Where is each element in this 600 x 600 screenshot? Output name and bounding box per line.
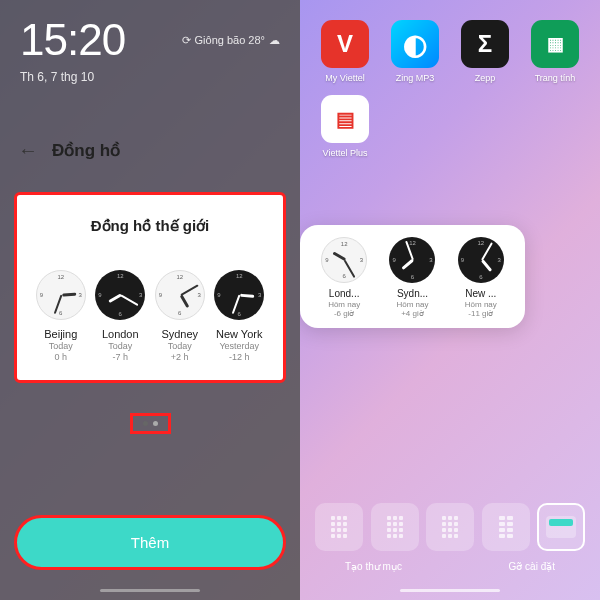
status-bar: 15:20 ⟳ Giông bão 28° ☁ xyxy=(0,0,300,70)
clock-face: 12369 xyxy=(321,237,367,283)
clock-day: Yesterday xyxy=(219,341,259,351)
layout-option-selected[interactable] xyxy=(537,503,585,551)
clock-face: 12369 xyxy=(458,237,504,283)
world-clock-widget-preview[interactable]: Đồng hồ thế giới 12369BeijingToday0 h123… xyxy=(14,192,286,383)
app-icon: V xyxy=(321,20,369,68)
clock-item: 12369BeijingToday0 h xyxy=(31,270,91,362)
lock-time: 15:20 xyxy=(20,15,125,65)
sheet-header: ← Đồng hồ xyxy=(0,139,300,162)
clock-day: Today xyxy=(49,341,73,351)
placed-world-clock-widget[interactable]: 12369Lond...Hôm nay-6 giờ12369Sydn...Hôm… xyxy=(300,225,525,328)
app-trang-tính[interactable]: ▦Trang tính xyxy=(520,20,590,83)
folder-icon xyxy=(546,516,576,538)
widget-city: Sydn... xyxy=(397,288,428,299)
widget-day: Hôm nay xyxy=(465,300,497,309)
clocks-row: 12369BeijingToday0 h12369LondonToday-7 h… xyxy=(31,270,269,362)
widget-clock-item: 12369New ...Hôm nay-11 giờ xyxy=(450,237,512,318)
app-icon: ◐ xyxy=(391,20,439,68)
page-dot xyxy=(153,421,158,426)
widget-day: Hôm nay xyxy=(328,300,360,309)
widget-picker-screen: 15:20 ⟳ Giông bão 28° ☁ Th 6, 7 thg 10 ←… xyxy=(0,0,300,600)
weather-text: Giông bão 28° xyxy=(195,34,265,46)
clock-item: 12369LondonToday-7 h xyxy=(91,270,151,362)
clock-day: Today xyxy=(108,341,132,351)
app-viettel-plus[interactable]: ▤Viettel Plus xyxy=(310,95,380,158)
clock-face: 12369 xyxy=(214,270,264,320)
widget-offset: -6 giờ xyxy=(334,309,355,318)
page-indicator[interactable] xyxy=(0,413,300,434)
widget-offset: +4 giờ xyxy=(401,309,424,318)
home-indicator[interactable] xyxy=(100,589,200,592)
clock-city: New York xyxy=(216,328,262,340)
app-label: Zing MP3 xyxy=(396,73,435,83)
clock-offset: +2 h xyxy=(171,352,189,362)
weather-info: ⟳ Giông bão 28° ☁ xyxy=(182,34,280,47)
app-my-viettel[interactable]: VMy Viettel xyxy=(310,20,380,83)
layout-option-4[interactable] xyxy=(482,503,530,551)
page-dot xyxy=(143,421,148,426)
clock-face: 12369 xyxy=(95,270,145,320)
app-zepp[interactable]: ΣZepp xyxy=(450,20,520,83)
clock-city: Sydney xyxy=(161,328,198,340)
widget-clock-item: 12369Lond...Hôm nay-6 giờ xyxy=(313,237,375,318)
dock-labels: Tạo thư mục Gỡ cài đặt xyxy=(315,561,585,572)
widget-day: Hôm nay xyxy=(396,300,428,309)
refresh-icon: ⟳ xyxy=(182,34,191,47)
clock-face: 12369 xyxy=(155,270,205,320)
clock-offset: -12 h xyxy=(229,352,250,362)
app-label: Trang tính xyxy=(535,73,576,83)
sheet-title: Đồng hồ xyxy=(52,140,120,161)
widget-title: Đồng hồ thế giới xyxy=(31,217,269,235)
app-zing-mp3[interactable]: ◐Zing MP3 xyxy=(380,20,450,83)
home-indicator[interactable] xyxy=(400,589,500,592)
create-folder-label[interactable]: Tạo thư mục xyxy=(345,561,402,572)
widget-city: New ... xyxy=(465,288,496,299)
clock-day: Today xyxy=(168,341,192,351)
layout-option-1[interactable] xyxy=(315,503,363,551)
add-button[interactable]: Thêm xyxy=(14,515,286,570)
clock-city: London xyxy=(102,328,139,340)
home-screen-edit: VMy Viettel◐Zing MP3ΣZepp▦Trang tính▤Vie… xyxy=(300,0,600,600)
layout-option-2[interactable] xyxy=(371,503,419,551)
uninstall-label[interactable]: Gỡ cài đặt xyxy=(509,561,555,572)
app-icon: Σ xyxy=(461,20,509,68)
widget-clock-item: 12369Sydn...Hôm nay+4 giờ xyxy=(381,237,443,318)
clock-city: Beijing xyxy=(44,328,77,340)
clock-item: 12369SydneyToday+2 h xyxy=(150,270,210,362)
app-label: Viettel Plus xyxy=(323,148,368,158)
clock-face: 12369 xyxy=(389,237,435,283)
widget-city: Lond... xyxy=(329,288,360,299)
edit-dock: Tạo thư mục Gỡ cài đặt xyxy=(300,503,600,572)
cloud-icon: ☁ xyxy=(269,34,280,47)
lock-date: Th 6, 7 thg 10 xyxy=(0,70,300,84)
layout-option-3[interactable] xyxy=(426,503,474,551)
clock-item: 12369New YorkYesterday-12 h xyxy=(210,270,270,362)
app-label: My Viettel xyxy=(325,73,364,83)
app-label: Zepp xyxy=(475,73,496,83)
back-icon[interactable]: ← xyxy=(18,139,38,162)
app-icon: ▦ xyxy=(531,20,579,68)
app-grid: VMy Viettel◐Zing MP3ΣZepp▦Trang tính▤Vie… xyxy=(300,0,600,170)
clock-offset: -7 h xyxy=(112,352,128,362)
app-icon: ▤ xyxy=(321,95,369,143)
widget-offset: -11 giờ xyxy=(468,309,493,318)
clock-offset: 0 h xyxy=(54,352,67,362)
clock-face: 12369 xyxy=(36,270,86,320)
